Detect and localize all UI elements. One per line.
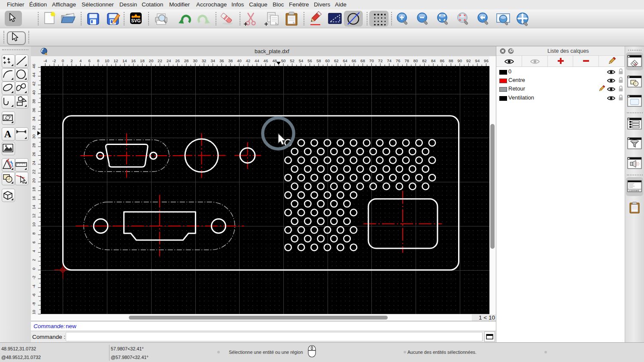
svg-text:38: 38 [31,99,36,104]
svg-text:30: 30 [31,134,36,139]
svg-text:24: 24 [31,161,36,166]
svg-text:54: 54 [299,58,304,63]
svg-text:58: 58 [316,58,321,63]
svg-text:48: 48 [272,58,277,63]
svg-text:16: 16 [31,196,36,201]
svg-text:-10: -10 [31,310,36,314]
svg-text:-2: -2 [52,58,56,63]
svg-text:12: 12 [113,58,118,63]
svg-text:-2: -2 [31,276,36,279]
svg-text:40: 40 [237,58,242,63]
svg-text:94: 94 [475,58,480,63]
svg-text:-6: -6 [31,293,36,297]
svg-text:-8: -8 [31,302,36,305]
svg-text:28: 28 [31,143,36,148]
svg-text:8: 8 [97,58,99,63]
svg-text:0: 0 [31,268,36,270]
svg-text:22: 22 [31,169,36,174]
svg-text:70: 70 [369,58,374,63]
svg-text:22: 22 [158,58,162,63]
svg-text:34: 34 [210,58,215,63]
svg-text:32: 32 [202,58,207,63]
svg-text:26: 26 [31,152,36,157]
svg-text:12: 12 [31,214,36,218]
svg-text:78: 78 [404,58,409,63]
svg-text:40: 40 [31,90,36,95]
svg-text:46: 46 [31,64,36,69]
svg-text:4: 4 [31,250,36,252]
svg-text:A: A [4,129,12,139]
svg-text:72: 72 [378,58,383,63]
svg-text:18: 18 [140,58,145,63]
svg-text:52: 52 [290,58,295,63]
svg-text:44: 44 [255,58,259,63]
svg-text:90: 90 [458,58,462,63]
svg-text:2: 2 [31,259,36,261]
svg-text:80: 80 [413,58,418,63]
svg-text:c:command: c:command [629,190,639,192]
svg-text:6: 6 [88,58,90,63]
svg-text:82: 82 [422,58,427,63]
svg-text:14: 14 [122,58,127,63]
svg-text:20: 20 [31,178,36,183]
svg-text:68: 68 [361,58,365,63]
svg-text:14: 14 [31,205,36,209]
svg-text:26: 26 [175,58,180,63]
svg-text:2: 2 [70,58,73,63]
svg-text:74: 74 [387,58,392,63]
svg-text:16: 16 [131,58,136,63]
svg-text:36: 36 [31,108,36,113]
svg-text:-4: -4 [43,58,47,63]
svg-text:96: 96 [484,58,489,63]
svg-text:28: 28 [184,58,189,63]
svg-text:44: 44 [31,72,36,77]
svg-text:62: 62 [334,58,339,63]
svg-text:32: 32 [31,126,36,130]
svg-text:84: 84 [431,58,436,63]
svg-text:10: 10 [31,223,36,227]
svg-text:8: 8 [31,232,36,235]
svg-text:30: 30 [193,58,197,63]
svg-text:46: 46 [264,58,268,63]
svg-text:-4: -4 [31,284,36,288]
svg-text:42: 42 [246,58,251,63]
svg-text:6: 6 [31,241,36,243]
svg-text:36: 36 [219,58,224,63]
svg-text:66: 66 [352,58,356,63]
svg-text:10: 10 [105,58,109,63]
svg-text:4: 4 [79,58,82,63]
svg-text:24: 24 [167,58,171,63]
svg-text:50: 50 [281,58,286,63]
svg-text:64: 64 [343,58,348,63]
svg-text:20: 20 [149,58,154,63]
svg-text:92: 92 [466,58,471,63]
svg-text:88: 88 [449,58,453,63]
svg-text:0: 0 [62,58,64,63]
svg-text:42: 42 [31,81,36,86]
svg-text:18: 18 [31,187,36,192]
svg-text:56: 56 [307,58,312,63]
svg-text:60: 60 [325,58,330,63]
svg-text:38: 38 [228,58,233,63]
svg-text:34: 34 [31,117,36,121]
svg-text:86: 86 [440,58,444,63]
svg-text:SVG: SVG [131,18,140,23]
svg-text:76: 76 [396,58,401,63]
